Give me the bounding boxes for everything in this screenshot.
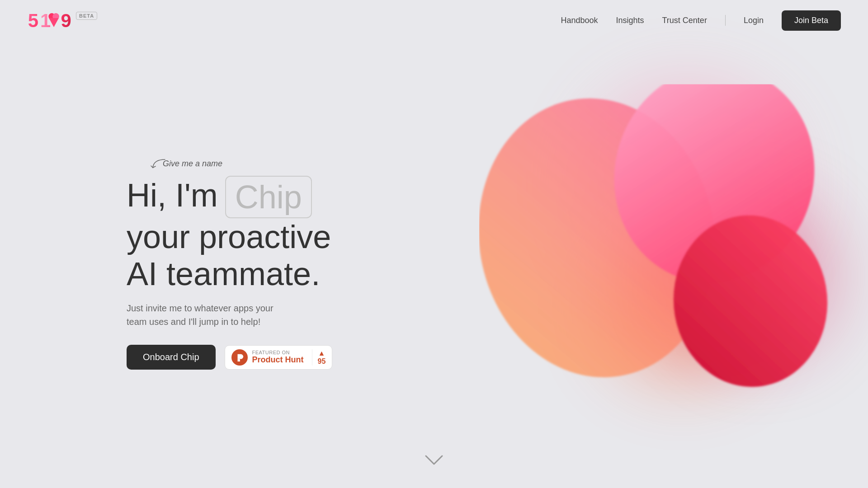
product-hunt-badge[interactable]: FEATURED ON Product Hunt ▲ 95 xyxy=(225,345,333,370)
ph-text: FEATURED ON Product Hunt xyxy=(252,350,304,365)
give-me-name-hint: Give me a name xyxy=(163,159,222,169)
login-link[interactable]: Login xyxy=(744,16,764,25)
beta-badge: BETA xyxy=(76,12,97,20)
subtitle-line2: team uses and I'll jump in to help! xyxy=(127,317,260,327)
ph-score-area: ▲ 95 xyxy=(312,349,326,366)
product-hunt-logo xyxy=(231,349,248,366)
hero-text: Give me a name Hi, I'm Chip your proacti… xyxy=(127,159,332,370)
chip-name-input[interactable]: Chip xyxy=(225,176,312,218)
trust-center-link[interactable]: Trust Center xyxy=(662,16,707,25)
ph-product-hunt-label: Product Hunt xyxy=(252,355,304,365)
ph-featured-on: FEATURED ON xyxy=(252,350,304,355)
ph-arrow-icon: ▲ xyxy=(318,349,326,357)
logo-area: 5 1 9 xyxy=(27,7,97,34)
hero-section: Give me a name Hi, I'm Chip your proacti… xyxy=(0,41,868,488)
insights-link[interactable]: Insights xyxy=(616,16,644,25)
navbar: 5 1 9 xyxy=(0,0,868,41)
give-me-name-label: Give me a name xyxy=(163,159,222,168)
nav-divider xyxy=(725,15,726,26)
hi-im-text: Hi, I'm xyxy=(127,177,218,214)
scroll-indicator[interactable] xyxy=(424,454,444,470)
cta-row: Onboard Chip FEATURED ON Product Hunt ▲ … xyxy=(127,345,332,370)
arrow-curve-icon xyxy=(149,159,167,172)
svg-text:9: 9 xyxy=(61,10,71,31)
hero-subtitle: Just invite me to whatever apps your tea… xyxy=(127,301,316,328)
ph-score-number: 95 xyxy=(318,357,326,366)
headline-row: Hi, I'm Chip xyxy=(127,176,332,218)
svg-text:5: 5 xyxy=(28,10,38,31)
join-beta-button[interactable]: Join Beta xyxy=(782,10,841,31)
svg-text:1: 1 xyxy=(40,10,51,31)
handbook-link[interactable]: Handbook xyxy=(561,16,598,25)
brand-logo[interactable]: 5 1 9 xyxy=(27,7,72,34)
subtitle-line1: Just invite me to whatever apps your xyxy=(127,303,274,313)
nav-links: Handbook Insights Trust Center Login Joi… xyxy=(561,10,841,31)
headline-line3: AI teammate. xyxy=(127,255,332,292)
onboard-chip-button[interactable]: Onboard Chip xyxy=(127,345,216,370)
headline-line2: your proactive xyxy=(127,218,332,255)
chevron-down-icon xyxy=(424,454,444,467)
